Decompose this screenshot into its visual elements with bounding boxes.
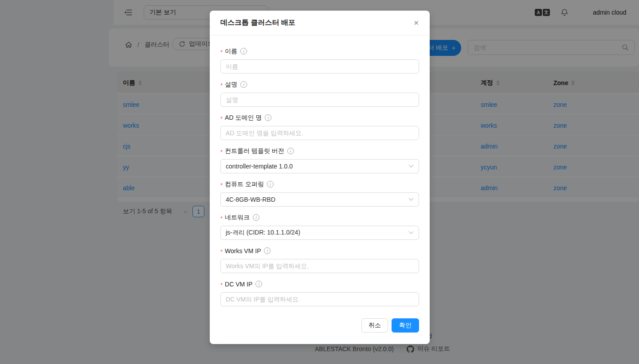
required-asterisk: *	[220, 282, 223, 288]
required-asterisk: *	[220, 215, 223, 222]
field-label: * 이름 i	[220, 47, 419, 56]
chevron-down-icon	[408, 198, 414, 201]
required-asterisk: *	[220, 248, 223, 255]
field-label: * DC VM IP i	[220, 279, 419, 289]
controller-template-select[interactable]: controller-template 1.0.0	[220, 159, 419, 173]
field-label-text: 컨트롤러 템플릿 버전	[225, 147, 284, 155]
required-asterisk: *	[220, 115, 223, 122]
field-label-text: AD 도메인 명	[225, 114, 262, 122]
modal-title: 데스크톱 클러스터 배포	[220, 18, 295, 27]
network-select[interactable]: js-격리 (CIDR: 10.1.1.0/24)	[220, 226, 419, 240]
modal-header: 데스크톱 클러스터 배포 ✕	[210, 11, 430, 35]
field-label: * 네트워크 i	[220, 213, 419, 222]
description-input[interactable]	[220, 93, 419, 107]
ad-domain-input[interactable]	[220, 126, 419, 140]
field-name: * 이름 i	[220, 47, 419, 74]
name-input[interactable]	[220, 59, 419, 74]
chevron-down-icon	[408, 231, 414, 235]
field-label: * AD 도메인 명 i	[220, 113, 419, 122]
works-vm-ip-input[interactable]	[220, 259, 419, 273]
modal-body: * 이름 i * 설명 i * AD 도메인 명 i	[210, 35, 430, 306]
select-value: 4C-8GB-WB-RBD	[226, 196, 275, 203]
info-circle-icon[interactable]: i	[287, 148, 294, 154]
required-asterisk: *	[220, 182, 223, 188]
select-value: js-격리 (CIDR: 10.1.1.0/24)	[226, 229, 300, 237]
confirm-button[interactable]: 확인	[392, 318, 419, 333]
field-controller-template: * 컨트롤러 템플릿 버전 i controller-template 1.0.…	[220, 146, 419, 173]
field-works-vm-ip: * Works VM IP i	[220, 246, 419, 273]
app-window: 기본 보기 A 文 admin cloud / 클러스터 업데이트	[0, 0, 639, 364]
field-label-text: 설명	[225, 81, 237, 89]
info-circle-icon[interactable]: i	[240, 81, 247, 88]
info-circle-icon[interactable]: i	[255, 281, 262, 287]
info-circle-icon[interactable]: i	[267, 181, 274, 188]
field-ad-domain: * AD 도메인 명 i	[220, 113, 419, 140]
deploy-cluster-modal: 데스크톱 클러스터 배포 ✕ * 이름 i * 설명 i	[210, 11, 430, 344]
field-label-text: Works VM IP	[225, 247, 261, 254]
chevron-down-icon	[408, 164, 414, 168]
modal-footer: 취소 확인	[361, 318, 419, 333]
field-network: * 네트워크 i js-격리 (CIDR: 10.1.1.0/24)	[220, 213, 419, 240]
dc-vm-ip-input[interactable]	[220, 292, 419, 306]
field-label-text: 네트워크	[225, 214, 250, 222]
field-label: * Works VM IP i	[220, 246, 419, 255]
info-circle-icon[interactable]: i	[265, 114, 271, 121]
field-label-text: 이름	[225, 47, 237, 55]
required-asterisk: *	[220, 149, 223, 155]
field-compute-offering: * 컴퓨트 오퍼링 i 4C-8GB-WB-RBD	[220, 180, 419, 207]
info-circle-icon[interactable]: i	[240, 48, 247, 55]
field-dc-vm-ip: * DC VM IP i	[220, 279, 419, 306]
close-icon[interactable]: ✕	[413, 20, 419, 26]
cancel-button[interactable]: 취소	[361, 318, 388, 333]
info-circle-icon[interactable]: i	[264, 247, 270, 254]
field-label: * 컴퓨트 오퍼링 i	[220, 180, 419, 189]
field-label: * 설명 i	[220, 80, 419, 89]
info-circle-icon[interactable]: i	[253, 214, 259, 221]
field-description: * 설명 i	[220, 80, 419, 107]
field-label-text: 컴퓨트 오퍼링	[225, 180, 264, 188]
select-value: controller-template 1.0.0	[226, 163, 293, 170]
required-asterisk: *	[220, 49, 223, 55]
field-label: * 컨트롤러 템플릿 버전 i	[220, 146, 419, 156]
required-asterisk: *	[220, 82, 223, 89]
field-label-text: DC VM IP	[225, 281, 252, 288]
compute-offering-select[interactable]: 4C-8GB-WB-RBD	[220, 192, 419, 207]
